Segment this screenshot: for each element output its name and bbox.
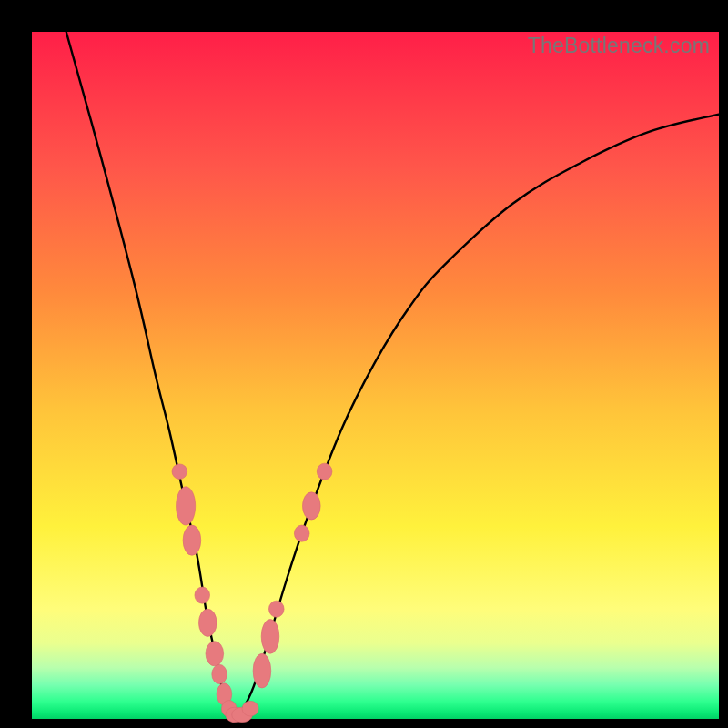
curve-marker <box>294 525 309 541</box>
curve-marker <box>317 463 332 480</box>
curve-marker <box>253 653 271 688</box>
curve-marker <box>302 492 320 520</box>
curve-marker <box>212 664 228 683</box>
chart-frame: TheBottleneck.com <box>0 0 728 728</box>
bottleneck-curve <box>66 32 719 718</box>
curve-marker <box>261 620 279 654</box>
curve-svg <box>32 32 719 719</box>
curve-marker <box>268 601 284 617</box>
plot-area: TheBottleneck.com <box>32 32 719 719</box>
curve-marker <box>195 587 210 603</box>
curve-marker <box>198 609 217 636</box>
curve-marker <box>183 525 201 555</box>
curve-marker <box>177 487 196 525</box>
curve-marker <box>242 701 258 716</box>
curve-markers <box>172 463 332 723</box>
curve-marker <box>206 642 224 666</box>
curve-marker <box>172 464 187 480</box>
